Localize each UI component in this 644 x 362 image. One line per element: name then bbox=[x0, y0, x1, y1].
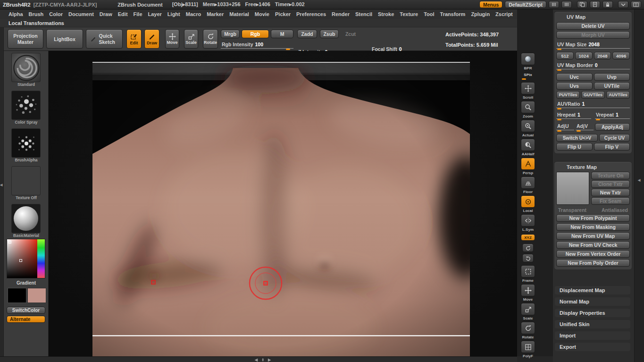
window-split-button[interactable] bbox=[631, 1, 641, 8]
cpivot-button[interactable] bbox=[522, 254, 534, 262]
texture-map-header[interactable]: Texture Map bbox=[556, 163, 630, 171]
section-import[interactable]: Import bbox=[555, 331, 630, 340]
new-from-masking-button[interactable]: New From Masking bbox=[556, 223, 630, 231]
menu-material[interactable]: Material bbox=[226, 11, 252, 17]
menu-stencil[interactable]: Stencil bbox=[352, 11, 375, 17]
uvs-button[interactable]: Uvs bbox=[556, 82, 593, 90]
color-picker[interactable] bbox=[7, 239, 45, 278]
menu-zplugin[interactable]: Zplugin bbox=[468, 11, 493, 17]
menu-macro[interactable]: Macro bbox=[183, 11, 204, 17]
cycle-uv-button[interactable]: Cycle UV bbox=[599, 134, 630, 142]
adjv-slider[interactable]: AdjV bbox=[576, 123, 594, 130]
edit-button[interactable]: Edit bbox=[126, 29, 142, 49]
applyadj-button[interactable]: ApplyAdj bbox=[595, 123, 630, 131]
uvp-button[interactable]: Uvp bbox=[594, 73, 630, 81]
switch-color-button[interactable]: SwitchColor bbox=[7, 307, 45, 314]
menu-light[interactable]: Light bbox=[165, 11, 183, 17]
uv-size-512-button[interactable]: 512 bbox=[556, 52, 574, 59]
switch-uv-button[interactable]: Switch U<>V bbox=[556, 134, 598, 142]
menu-document[interactable]: Document bbox=[66, 11, 97, 17]
zcut-button[interactable]: Zcut bbox=[342, 30, 360, 38]
new-from-uv-map-button[interactable]: New From UV Map bbox=[556, 232, 630, 240]
new-from-polypaint-button[interactable]: New From Polypaint bbox=[556, 214, 630, 222]
vrepeat-slider[interactable]: Vrepeat 1 bbox=[595, 112, 630, 119]
section-displacement-map[interactable]: Displacement Map bbox=[555, 286, 630, 295]
scroll-right-arrow-icon[interactable]: ▶ bbox=[268, 358, 271, 362]
left-edge-divider[interactable]: ◀ bbox=[0, 27, 4, 356]
spivot-button[interactable] bbox=[522, 244, 534, 252]
scroll-left-button[interactable] bbox=[549, 1, 559, 8]
alpha-thumbnail[interactable] bbox=[11, 128, 41, 158]
auvtiles-button[interactable]: AUVTiles bbox=[606, 91, 630, 99]
bpr-button[interactable] bbox=[521, 53, 535, 65]
auvratio-slider[interactable]: AUVRatio 1 bbox=[556, 101, 630, 108]
menus-button[interactable]: Menus bbox=[479, 1, 502, 8]
zsub-button[interactable]: Zsub bbox=[320, 30, 339, 38]
uvc-button[interactable]: Uvc bbox=[556, 73, 593, 81]
draw-button[interactable]: Draw bbox=[144, 29, 159, 49]
rgb-intensity-slider[interactable]: Rgb Intensity 100 bbox=[221, 41, 293, 49]
scroll-button[interactable] bbox=[521, 82, 535, 94]
secondary-color-swatch[interactable] bbox=[27, 288, 46, 303]
uv-size-2048-button[interactable]: 2048 bbox=[594, 52, 611, 59]
uv-size-4096-button[interactable]: 4096 bbox=[612, 52, 630, 59]
panel-menu-button[interactable] bbox=[618, 1, 628, 8]
lightbox-button[interactable]: LightBox bbox=[46, 29, 83, 49]
texture-on-button[interactable]: Texture On bbox=[591, 172, 630, 179]
document-canvas[interactable] bbox=[92, 61, 470, 356]
delete-uv-button[interactable]: Delete UV bbox=[556, 22, 630, 30]
scroll-left-arrow-icon[interactable]: ◀ bbox=[255, 358, 258, 362]
flip-u-button[interactable]: Flip U bbox=[556, 143, 593, 151]
scale-button[interactable]: Scale bbox=[184, 29, 198, 49]
xyz-button[interactable]: XYZ bbox=[521, 234, 535, 241]
right-edge-divider[interactable]: ◀ bbox=[634, 9, 644, 362]
menu-texture[interactable]: Texture bbox=[397, 11, 421, 17]
menu-color[interactable]: Color bbox=[46, 11, 66, 17]
menu-edit[interactable]: Edit bbox=[115, 11, 131, 17]
sv-square[interactable] bbox=[7, 239, 37, 278]
brush-thumbnail[interactable] bbox=[11, 53, 41, 82]
menu-picker[interactable]: Picker bbox=[272, 11, 293, 17]
menu-file[interactable]: File bbox=[131, 11, 145, 17]
menu-transform[interactable]: Transform bbox=[437, 11, 468, 17]
alternate-button[interactable]: Alternate bbox=[7, 316, 45, 323]
main-color-swatch[interactable] bbox=[8, 288, 26, 303]
menu-stroke[interactable]: Stroke bbox=[375, 11, 397, 17]
puvtiles-button[interactable]: PUVTiles bbox=[556, 91, 580, 99]
rotate3d-button[interactable] bbox=[521, 322, 535, 334]
move3d-button[interactable] bbox=[521, 284, 535, 296]
frame-button[interactable] bbox=[521, 265, 535, 278]
material-thumbnail[interactable] bbox=[11, 204, 41, 233]
persp-button[interactable] bbox=[521, 158, 535, 170]
section-export[interactable]: Export bbox=[555, 343, 630, 351]
gradient-switch[interactable]: Gradient bbox=[4, 280, 49, 286]
hrepeat-slider[interactable]: Hrepeat 1 bbox=[556, 112, 591, 119]
transparent-switch[interactable]: Transparent bbox=[558, 207, 586, 213]
menu-draw[interactable]: Draw bbox=[97, 11, 115, 17]
section-unified-skin[interactable]: Unified Skin bbox=[555, 320, 630, 328]
lsym-button[interactable] bbox=[521, 214, 535, 227]
paste-document-button[interactable] bbox=[590, 1, 600, 8]
zoom-button[interactable] bbox=[521, 101, 535, 113]
hue-strip[interactable] bbox=[37, 239, 45, 278]
scroll-right-button[interactable] bbox=[561, 1, 572, 8]
new-from-poly-order-button[interactable]: New From Poly Order bbox=[556, 259, 630, 267]
stroke-thumbnail[interactable] bbox=[11, 91, 41, 120]
guvtiles-button[interactable]: GUVTiles bbox=[581, 91, 605, 99]
floor-button[interactable] bbox=[521, 177, 535, 189]
clone-txtr-button[interactable]: Clone Txtr bbox=[591, 180, 630, 188]
uv-size-1024-button[interactable]: 1024 bbox=[575, 52, 593, 59]
uv-map-size-slider[interactable]: UV Map Size 2048 bbox=[556, 42, 630, 49]
uv-map-border-slider[interactable]: UV Map Border 0 bbox=[556, 62, 630, 69]
texture-map-thumbnail[interactable] bbox=[556, 172, 589, 205]
aahalf-button[interactable] bbox=[521, 139, 535, 151]
menu-layer[interactable]: Layer bbox=[145, 11, 165, 17]
viewport[interactable] bbox=[49, 51, 517, 356]
scroll-down-arrow-icon[interactable]: ▼ bbox=[261, 360, 264, 362]
menu-preferences[interactable]: Preferences bbox=[293, 11, 329, 17]
local-button[interactable] bbox=[521, 195, 535, 208]
flip-v-button[interactable]: Flip V bbox=[594, 143, 630, 151]
lock-button[interactable] bbox=[602, 1, 613, 8]
move-button[interactable]: Move bbox=[165, 29, 179, 49]
menu-alpha[interactable]: Alpha bbox=[6, 11, 26, 17]
